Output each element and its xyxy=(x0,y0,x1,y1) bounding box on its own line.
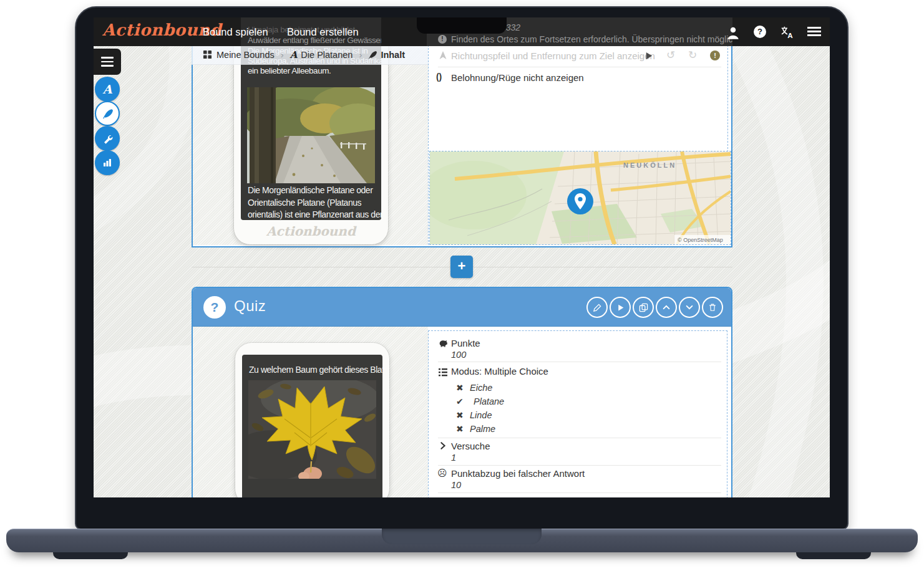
preview-button[interactable] xyxy=(610,297,631,318)
phone-text-line: Die Morgenländische Platane oder xyxy=(248,185,372,195)
trash-icon xyxy=(708,303,717,312)
quiz-row-points[interactable]: Punkte 100 xyxy=(428,335,727,362)
wrong-mark-icon: ✖ xyxy=(456,410,464,420)
penalty-value: 10 xyxy=(451,480,461,490)
quiz-row-mode[interactable]: Modus: Multiple Choice ✖ Eiche ✔ Platane… xyxy=(428,362,727,438)
copy-icon xyxy=(639,303,648,312)
correct-mark-icon: ✔ xyxy=(456,396,464,406)
map-district-label: NEUKÖLLN xyxy=(623,161,676,169)
duplicate-button[interactable] xyxy=(633,297,654,318)
edit-button[interactable] xyxy=(586,297,608,318)
map-attribution: © OpenStreetMap xyxy=(678,237,723,243)
pencil-icon xyxy=(593,303,602,312)
mode-label: Modus: Multiple Choice xyxy=(451,366,548,377)
feather-icon xyxy=(368,50,377,59)
phone-preview-quiz: Zu welchem Baum gehört dieses Blatt? xyxy=(235,343,389,497)
quiz-row-tries[interactable]: Versuche 1 xyxy=(428,438,727,465)
map-block[interactable]: NEUKÖLLN © OpenStreetMap xyxy=(429,151,731,245)
frown-icon: ☹ xyxy=(437,468,447,479)
tree-path-photo xyxy=(247,87,375,183)
quiz-element-card: ? Quiz Zu welchem Baum gehört dieses Bla… xyxy=(192,287,732,497)
leaf-photo xyxy=(248,380,376,479)
tries-label: Versuche xyxy=(451,441,490,451)
penalty-label: Punktabzug bei falscher Antwort xyxy=(451,468,585,479)
sidebar-stats-button[interactable] xyxy=(95,150,120,175)
move-down-button[interactable] xyxy=(679,297,700,318)
parentheses-icon: ( ) xyxy=(436,72,440,82)
points-label: Punkte xyxy=(451,338,480,348)
map-pin xyxy=(567,188,593,214)
answer-option: Platane xyxy=(474,396,504,406)
sidebar-toggle-button[interactable] xyxy=(94,49,121,75)
option-row-direction[interactable]: Richtungspfeil und Entfernung zum Ziel a… xyxy=(428,45,731,67)
sidebar-content-button[interactable] xyxy=(95,101,120,126)
nav-bound-erstellen[interactable]: Bound erstellen xyxy=(287,17,359,46)
undo-icon[interactable]: ↺ xyxy=(666,49,675,61)
answer-option: Palme xyxy=(470,424,495,434)
quiz-header: ? Quiz xyxy=(193,288,731,327)
answer-option: Eiche xyxy=(470,383,492,393)
phone-screen: Zu welchem Baum gehört dieses Blatt? xyxy=(242,355,382,497)
add-element-button[interactable]: + xyxy=(450,256,473,278)
quiz-row-penalty[interactable]: ☹ Punktabzug bei falscher Antwort 10 xyxy=(428,466,727,492)
option-reward-label: Belohnung/Rüge nicht anzeigen xyxy=(451,72,584,83)
play-icon[interactable] xyxy=(644,51,653,60)
feather-icon xyxy=(102,108,113,119)
move-up-button[interactable] xyxy=(656,297,677,318)
stage-settings-panel: Richtungspfeil und Entfernung zum Ziel a… xyxy=(428,45,731,245)
wrong-mark-icon: ✖ xyxy=(456,383,464,393)
quiz-question-text: Zu welchem Baum gehört dieses Blatt? xyxy=(249,365,382,375)
play-icon xyxy=(616,304,625,312)
laptop-foot xyxy=(53,552,128,559)
quiz-title: Quiz xyxy=(234,297,266,315)
delete-button[interactable] xyxy=(702,297,723,318)
chevron-up-icon xyxy=(662,303,671,312)
points-value: 100 xyxy=(451,350,466,360)
laptop-base-notch xyxy=(382,529,542,544)
bound-a-icon: A xyxy=(103,82,112,96)
map-image: NEUKÖLLN © OpenStreetMap xyxy=(430,151,731,244)
option-row-reward[interactable]: ( ) Belohnung/Rüge nicht anzeigen xyxy=(428,67,731,87)
piggy-bank-icon xyxy=(438,338,449,349)
menu-icon[interactable] xyxy=(807,27,821,37)
warning-icon[interactable]: ! xyxy=(710,50,720,60)
breadcrumb-item-content[interactable]: Inhalt xyxy=(381,50,405,60)
laptop-foot xyxy=(796,552,871,559)
translate-icon[interactable]: A xyxy=(780,26,794,39)
user-icon[interactable] xyxy=(726,26,740,40)
phone-text-line: orientalis) ist eine Pflanzenart aus der xyxy=(248,209,381,219)
chevron-down-icon xyxy=(685,303,694,312)
divider xyxy=(438,492,721,493)
wrong-mark-icon: ✖ xyxy=(456,424,464,434)
redo-icon[interactable]: ↻ xyxy=(688,49,697,61)
quiz-settings-panel: Punkte 100 Modus: Multiple Choice ✖ Eich… xyxy=(428,327,731,497)
sidebar-settings-button[interactable] xyxy=(95,126,120,151)
phone-text-line: ein beliebter Alleebaum. xyxy=(248,66,331,75)
list-icon xyxy=(438,367,448,377)
location-arrow-icon xyxy=(438,50,448,60)
breadcrumb-item-bound[interactable]: Die Platanen xyxy=(301,50,353,60)
breadcrumb: Meine Bounds › A Die Platanen › Inhalt xyxy=(192,45,428,65)
camera-notch xyxy=(417,17,507,34)
quiz-type-icon: ? xyxy=(203,296,226,319)
app-screen: Richtungspfeil und Entfernung zum Ziel a… xyxy=(94,17,830,497)
bound-a-icon: A xyxy=(290,49,298,60)
nav-bound-spielen[interactable]: Bound spielen xyxy=(203,17,268,46)
chevron-separator-icon: › xyxy=(359,49,362,60)
chevron-right-icon xyxy=(439,441,447,450)
breadcrumb-item-bounds[interactable]: Meine Bounds xyxy=(216,50,275,60)
chevron-separator-icon: › xyxy=(281,49,284,60)
phone-text-line: Orientalische Platane (Platanus xyxy=(248,198,361,208)
answer-option: Linde xyxy=(470,410,492,420)
tries-value: 1 xyxy=(451,453,456,463)
help-icon[interactable]: ? xyxy=(754,26,766,38)
wrench-icon xyxy=(102,133,113,144)
svg-text:A: A xyxy=(787,31,793,39)
bar-chart-icon xyxy=(102,158,112,168)
grid-icon xyxy=(203,50,212,59)
sidebar-bound-button[interactable]: A xyxy=(95,77,120,102)
option-direction-label: Richtungspfeil und Entfernung zum Ziel a… xyxy=(451,50,655,61)
actionbound-watermark: Actionbound xyxy=(234,224,388,239)
